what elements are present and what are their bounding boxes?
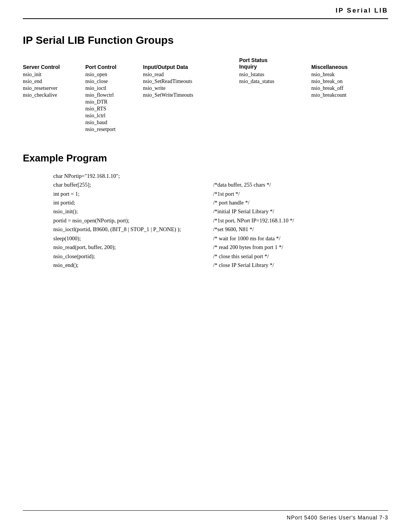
header-title: IP Serial LIB: [336, 7, 388, 14]
table-row: nsio_DTR: [23, 99, 388, 106]
table-row: nsio_initnsio_opennsio_readnsio_lstatusn…: [23, 72, 388, 78]
cell-0-1: nsio_open: [85, 72, 143, 78]
cell-6-4: [311, 113, 388, 120]
cell-5-1: nsio_RTS: [85, 106, 143, 113]
cell-3-3: [239, 92, 311, 99]
col-header-server: Server Control: [23, 57, 85, 72]
cell-3-0: nsio_checkalive: [23, 92, 85, 99]
code-line: int port = 1;/*1st port */: [53, 190, 388, 198]
cell-1-3: nsio_data_status: [239, 78, 311, 85]
col-header-io: Input/Output Data: [143, 57, 239, 72]
table-row: nsio_checkalivensio_flowctrlnsio_SetWrit…: [23, 92, 388, 99]
table-row: nsio_resetservernsio_ioctlnsio_writensio…: [23, 85, 388, 92]
cell-6-0: [23, 113, 85, 120]
code-left-10: nsio_end();: [53, 261, 213, 269]
cell-4-3: [239, 99, 311, 106]
code-left-2: int port = 1;: [53, 190, 213, 198]
code-left-1: char buffer[255];: [53, 181, 213, 189]
code-line: char NPortip="192.168.1.10";: [53, 172, 388, 180]
code-line: int portid;/* port handle */: [53, 198, 388, 207]
table-row: nsio_lctrl: [23, 113, 388, 120]
code-line: sleep(1000);/* wait for 1000 ms for data…: [53, 234, 388, 243]
col-header-port: Port Control: [85, 57, 143, 72]
cell-1-2: nsio_SetReadTimeouts: [143, 78, 239, 85]
cell-2-1: nsio_ioctl: [85, 85, 143, 92]
code-left-3: int portid;: [53, 198, 213, 207]
page-footer: NPort 5400 Series User's Manual 7-3: [23, 510, 388, 521]
cell-7-1: nsio_baud: [85, 120, 143, 126]
code-line: nsio_end();/* close IP Serial Library */: [53, 261, 388, 269]
main-heading: IP Serial LIB Function Groups: [23, 34, 388, 46]
code-right-8: /* read 200 bytes from port 1 */: [213, 243, 388, 251]
code-right-1: /*data buffer, 255 chars */: [213, 181, 388, 189]
cell-6-1: nsio_lctrl: [85, 113, 143, 120]
cell-6-2: [143, 113, 239, 120]
cell-5-3: [239, 106, 311, 113]
code-line: portid = nsio_open(NPortip, port);/*1st …: [53, 216, 388, 225]
cell-0-3: nsio_lstatus: [239, 72, 311, 78]
code-line: nsio_read(port, buffer, 200);/* read 200…: [53, 243, 388, 251]
cell-3-4: nsio_breakcount: [311, 92, 388, 99]
cell-2-4: nsio_break_off: [311, 85, 388, 92]
code-right-5: /*1st port, NPort IP=192.168.1.10 */: [213, 216, 388, 225]
cell-0-4: nsio_break: [311, 72, 388, 78]
table-row: nsio_RTS: [23, 106, 388, 113]
cell-8-3: [239, 126, 311, 133]
cell-2-3: [239, 85, 311, 92]
cell-4-4: [311, 99, 388, 106]
code-left-4: nsio_init();: [53, 207, 213, 216]
table-row: nsio_baud: [23, 120, 388, 126]
code-line: nsio_init();/*initial IP Serial Library …: [53, 207, 388, 216]
cell-5-2: [143, 106, 239, 113]
code-right-3: /* port handle */: [213, 198, 388, 207]
code-left-8: nsio_read(port, buffer, 200);: [53, 243, 213, 251]
code-right-6: /*set 9600, N81 */: [213, 225, 388, 233]
code-left-5: portid = nsio_open(NPortip, port);: [53, 216, 213, 225]
code-left-9: nsio_close(portid);: [53, 252, 213, 260]
code-right-10: /* close IP Serial Library */: [213, 261, 388, 269]
page-container: IP Serial LIB IP Serial LIB Function Gro…: [0, 0, 411, 532]
col-header-status: Port StatusInquiry: [239, 57, 311, 72]
cell-6-3: [239, 113, 311, 120]
table-row: nsio_resetport: [23, 126, 388, 133]
cell-1-0: nsio_end: [23, 78, 85, 85]
cell-3-1: nsio_flowctrl: [85, 92, 143, 99]
cell-1-1: nsio_close: [85, 78, 143, 85]
code-left-6: nsio_ioctl(portid, B9600, (BIT_8 | STOP_…: [53, 225, 213, 233]
cell-4-2: [143, 99, 239, 106]
col-header-misc: Miscellaneous: [311, 57, 388, 72]
cell-7-4: [311, 120, 388, 126]
cell-2-0: nsio_resetserver: [23, 85, 85, 92]
page-header: IP Serial LIB: [23, 0, 388, 19]
cell-0-2: nsio_read: [143, 72, 239, 78]
cell-5-4: [311, 106, 388, 113]
example-heading: Example Program: [23, 152, 388, 164]
footer-text: NPort 5400 Series User's Manual 7-3: [287, 514, 388, 521]
cell-7-2: [143, 120, 239, 126]
function-groups-table: Server Control Port Control Input/Output…: [23, 57, 388, 133]
code-right-9: /* close this serial port */: [213, 252, 388, 260]
cell-0-0: nsio_init: [23, 72, 85, 78]
code-line: nsio_ioctl(portid, B9600, (BIT_8 | STOP_…: [53, 225, 388, 233]
cell-4-0: [23, 99, 85, 106]
code-right-2: /*1st port */: [213, 190, 388, 198]
cell-7-3: [239, 120, 311, 126]
cell-7-0: [23, 120, 85, 126]
cell-1-4: nsio_break_on: [311, 78, 388, 85]
cell-2-2: nsio_write: [143, 85, 239, 92]
cell-4-1: nsio_DTR: [85, 99, 143, 106]
code-right-4: /*initial IP Serial Library */: [213, 207, 388, 216]
code-line: nsio_close(portid);/* close this serial …: [53, 252, 388, 260]
cell-3-2: nsio_SetWriteTimeouts: [143, 92, 239, 99]
code-left-0: char NPortip="192.168.1.10";: [53, 172, 213, 180]
code-line: char buffer[255];/*data buffer, 255 char…: [53, 181, 388, 189]
cell-8-1: nsio_resetport: [85, 126, 143, 133]
cell-8-0: [23, 126, 85, 133]
code-right-7: /* wait for 1000 ms for data */: [213, 234, 388, 243]
cell-8-2: [143, 126, 239, 133]
table-row: nsio_endnsio_closensio_SetReadTimeoutsns…: [23, 78, 388, 85]
code-block: char NPortip="192.168.1.10";char buffer[…: [53, 172, 388, 270]
code-left-7: sleep(1000);: [53, 234, 213, 243]
cell-5-0: [23, 106, 85, 113]
cell-8-4: [311, 126, 388, 133]
